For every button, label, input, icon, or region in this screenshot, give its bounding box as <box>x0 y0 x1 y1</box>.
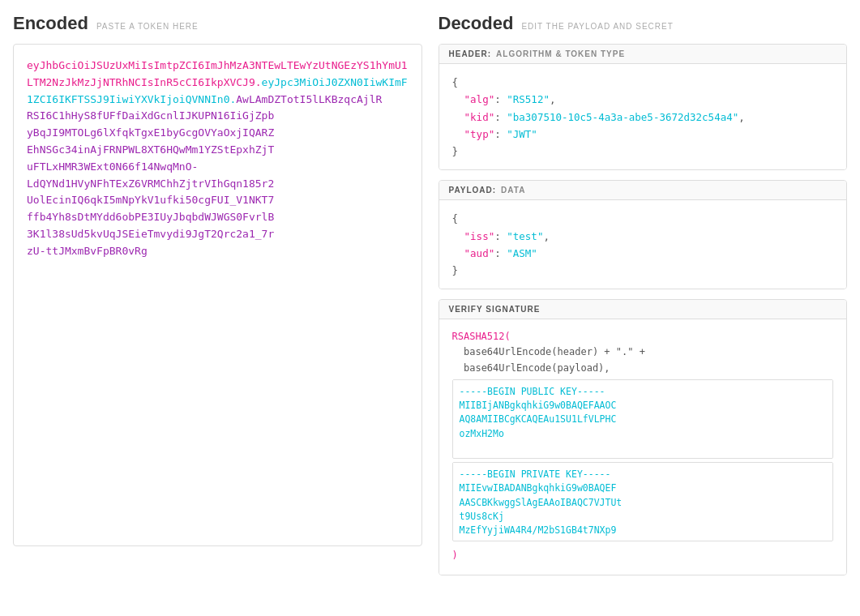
token-part1c: IsInR5cCI6IkpXVCJ9. <box>141 76 262 88</box>
public-key-textarea[interactable]: -----BEGIN PUBLIC KEY----- MIIBIjANBgkqh… <box>453 380 833 453</box>
verify-close-paren: ) <box>452 545 834 565</box>
token-line4: RSI6C1hHyS8fUFfDaiXdGcnlIJKUPN16IiGjZpb <box>27 109 274 122</box>
verify-section-header: VERIFY SIGNATURE <box>439 300 847 319</box>
header-open-brace: { <box>452 76 459 88</box>
token-line5: yBqJI9MTOLg6lXfqkTgxE1byGcgOVYaOxjIQARZ <box>27 126 274 139</box>
header-section-header: HEADER: ALGORITHM & TOKEN TYPE <box>439 45 847 64</box>
payload-label: PAYLOAD: <box>449 186 497 195</box>
private-key-box: -----BEGIN PRIVATE KEY----- MIIEvwIBADAN… <box>452 462 834 541</box>
header-close-brace: } <box>452 145 459 157</box>
encoded-title-text: Encoded <box>13 13 88 34</box>
token-part3: AwLAmDZTotI5lLKBzqcAjlR <box>236 93 382 105</box>
token-line9: UolEcinIQ6qkI5mNpYkV1ufki50cgFUI_V1NKT7 <box>27 194 274 206</box>
main-layout: Encoded PASTE A TOKEN HERE eyJhbGciOiJSU… <box>0 0 860 616</box>
verify-label: VERIFY SIGNATURE <box>449 305 541 314</box>
header-kid-key: "kid" <box>464 111 495 123</box>
token-line6: EhNSGc34inAjFRNPWL8XT6HQwMm1YZStEpxhZjT <box>27 143 274 156</box>
decoded-title: Decoded EDIT THE PAYLOAD AND SECRET <box>439 13 848 34</box>
header-section-body: { "alg": "RS512", "kid": "ba307510-10c5-… <box>439 64 847 169</box>
encoded-panel: Encoded PASTE A TOKEN HERE eyJhbGciOiJSU… <box>13 13 422 603</box>
payload-aud-value: "ASM" <box>507 247 537 259</box>
header-sublabel: ALGORITHM & TOKEN TYPE <box>496 49 625 58</box>
decoded-subtitle: EDIT THE PAYLOAD AND SECRET <box>521 22 673 31</box>
verify-section: VERIFY SIGNATURE RSASHA512( base64UrlEnc… <box>439 299 848 575</box>
public-key-box: -----BEGIN PUBLIC KEY----- MIIBIjANBgkqh… <box>452 379 834 459</box>
token-part1: eyJhbGciOiJSUzUxMiIsImtpZCI6ImJhMzA3NTE <box>27 59 274 71</box>
verify-body: RSASHA512( base64UrlEncode(header) + "."… <box>439 319 847 575</box>
token-line7: uFTLxHMR3WExt0N66f14NwqMnO- <box>27 160 198 173</box>
verify-line1: base64UrlEncode(header) + "." + <box>464 346 645 357</box>
header-kid-value: "ba307510-10c5-4a3a-abe5-3672d32c54a4" <box>507 111 738 123</box>
payload-aud-key: "aud" <box>464 247 495 259</box>
token-line11: 3K1l38sUd5kvUqJSEieTmvydi9JgT2Qrc2a1_7r <box>27 228 274 240</box>
encoded-title: Encoded PASTE A TOKEN HERE <box>13 13 422 34</box>
decoded-title-text: Decoded <box>439 13 514 34</box>
verify-fn: RSASHA512( <box>452 331 511 342</box>
payload-section: PAYLOAD: DATA { "iss": "test", "aud": "A… <box>439 180 848 289</box>
header-alg-value: "RS512" <box>507 93 550 105</box>
token-part2b: YXVkIjoiQVNNIn0. <box>135 93 236 105</box>
header-typ-value: "JWT" <box>507 128 537 140</box>
payload-sublabel: DATA <box>501 186 525 195</box>
payload-section-body: { "iss": "test", "aud": "ASM" } <box>439 200 847 289</box>
payload-iss-value: "test" <box>507 230 543 242</box>
payload-section-header: PAYLOAD: DATA <box>439 181 847 200</box>
header-alg-key: "alg" <box>464 93 495 105</box>
encoded-token-box[interactable]: eyJhbGciOiJSUzUxMiIsImtpZCI6ImJhMzA3NTEw… <box>13 44 422 546</box>
header-section: HEADER: ALGORITHM & TOKEN TYPE { "alg": … <box>439 44 848 170</box>
verify-line2: base64UrlEncode(payload), <box>464 362 610 374</box>
private-key-textarea[interactable]: -----BEGIN PRIVATE KEY----- MIIEvwIBADAN… <box>453 463 833 536</box>
payload-close-brace: } <box>452 264 459 276</box>
payload-iss-key: "iss" <box>464 230 495 242</box>
encoded-subtitle: PASTE A TOKEN HERE <box>96 22 199 31</box>
token-line12: zU-ttJMxmBvFpBR0vRg <box>27 245 148 257</box>
token-line8: LdQYNd1HVyNFhTExZ6VRMChhZjtrVIhGqn185r2 <box>27 178 274 190</box>
decoded-panel: Decoded EDIT THE PAYLOAD AND SECRET HEAD… <box>439 13 848 603</box>
token-line10: ffb4Yh8sDtMYdd6obPE3IUyJbqbdWJWGS0FvrlB <box>27 211 274 223</box>
header-label: HEADER: <box>449 49 492 58</box>
header-typ-key: "typ" <box>464 128 495 140</box>
payload-open-brace: { <box>452 212 459 225</box>
